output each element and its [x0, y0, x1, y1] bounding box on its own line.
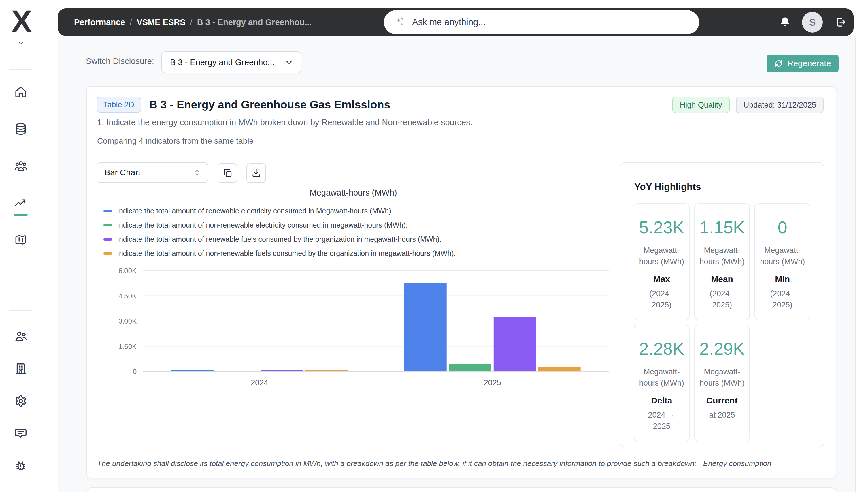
bar-2025-series2[interactable]: [449, 364, 491, 371]
breadcrumb: Performance / VSME ESRS / B 3 - Energy a…: [74, 8, 312, 36]
disclosure-footnote: The undertaking shall disclose its total…: [97, 459, 771, 468]
chart-type-select[interactable]: Bar Chart: [97, 162, 208, 183]
disclosure-card: Table 2D B 3 - Energy and Greenhouse Gas…: [86, 86, 836, 478]
app-logo[interactable]: X: [0, 6, 42, 37]
bar-chart: 01.50K3.00K4.50K6.00K20242025: [97, 265, 610, 389]
y-axis-tick: 1.50K: [119, 343, 137, 350]
stat-label: Min: [759, 274, 806, 284]
stat-label: Delta: [638, 396, 685, 405]
sidebar-item-home[interactable]: [14, 85, 27, 99]
sparkles-icon: [394, 17, 406, 28]
sidebar-item-users[interactable]: [14, 329, 27, 343]
stat-unit: Megawatt-hours (MWh): [699, 245, 745, 267]
stat-period: (2024 - 2025): [638, 288, 685, 311]
scrollbar-gutter: [855, 36, 868, 492]
y-axis-tick: 0: [133, 368, 137, 375]
sidebar-divider: [9, 310, 32, 311]
bar-2025-series4[interactable]: [538, 367, 581, 371]
type-badge: Table 2D: [97, 97, 141, 113]
legend-swatch: [103, 238, 112, 241]
sidebar-item-organization[interactable]: [14, 362, 27, 375]
breadcrumb-separator: /: [130, 18, 132, 27]
bar-2024-series3[interactable]: [261, 370, 303, 371]
stat-value: 1.15K: [699, 219, 745, 236]
sidebar-divider: [9, 69, 32, 70]
refresh-icon: [774, 59, 783, 68]
regenerate-button[interactable]: Regenerate: [767, 55, 839, 72]
sidebar-group-bottom: [0, 329, 42, 473]
card-title: B 3 - Energy and Greenhouse Gas Emission…: [149, 98, 391, 111]
bell-icon[interactable]: [777, 8, 793, 36]
regenerate-label: Regenerate: [787, 59, 831, 68]
breadcrumb-vsme-esrs[interactable]: VSME ESRS: [137, 18, 185, 27]
ask-search-bar[interactable]: [384, 10, 699, 34]
settings-icon: [14, 404, 27, 409]
disclosure-select[interactable]: B 3 - Energy and Greenho...: [161, 51, 301, 73]
switch-disclosure-label: Switch Disclosure:: [86, 56, 154, 66]
bar-2024-series1[interactable]: [171, 370, 214, 371]
breadcrumb-performance[interactable]: Performance: [74, 18, 125, 27]
legend-label: Indicate the total amount of non-renewab…: [117, 249, 456, 257]
yoy-stat-card: 1.15KMegawatt-hours (MWh)Mean(2024 - 202…: [694, 203, 750, 320]
chart-title: Megawatt-hours (MWh): [97, 188, 610, 198]
legend-item[interactable]: Indicate the total amount of non-renewab…: [97, 246, 610, 261]
yoy-stat-grid: 5.23KMegawatt-hours (MWh)Max(2024 - 2025…: [634, 203, 810, 441]
stat-label: Current: [699, 396, 745, 405]
topbar: Performance / VSME ESRS / B 3 - Energy a…: [58, 8, 853, 36]
download-icon: [251, 168, 261, 178]
chevron-down-icon[interactable]: [15, 40, 27, 47]
legend-label: Indicate the total amount of renewable f…: [117, 235, 442, 243]
comparison-note: Comparing 4 indicators from the same tab…: [97, 137, 254, 146]
sidebar-item-feedback[interactable]: [14, 427, 27, 440]
yoy-highlights-panel: YoY Highlights 5.23KMegawatt-hours (MWh)…: [620, 162, 824, 447]
avatar[interactable]: S: [802, 12, 823, 32]
stat-value: 5.23K: [638, 219, 685, 236]
download-chart-button[interactable]: [246, 163, 266, 183]
breadcrumb-current[interactable]: B 3 - Energy and Greenhou...: [197, 18, 312, 27]
legend-item[interactable]: Indicate the total amount of renewable e…: [97, 204, 610, 218]
sidebar-item-team[interactable]: [14, 159, 27, 172]
logout-icon[interactable]: [833, 8, 849, 36]
users-icon: [14, 339, 27, 343]
next-disclosure-card[interactable]: [86, 487, 836, 492]
stat-value: 0: [759, 219, 806, 236]
copy-chart-button[interactable]: [217, 163, 237, 183]
scrollbar[interactable]: [855, 39, 856, 492]
yoy-title: YoY Highlights: [634, 181, 810, 192]
stat-period: 2024 → 2025: [638, 410, 685, 432]
stat-value: 2.28K: [638, 340, 685, 358]
stat-label: Max: [638, 274, 685, 284]
legend-item[interactable]: Indicate the total amount of non-renewab…: [97, 218, 610, 232]
x-axis-category: 2025: [484, 378, 501, 387]
stat-value: 2.29K: [699, 340, 745, 358]
y-axis-tick: 3.00K: [119, 317, 137, 325]
home-icon: [14, 95, 27, 99]
sidebar-item-performance[interactable]: [14, 196, 27, 210]
stat-unit: Megawatt-hours (MWh): [638, 245, 685, 267]
chart-legend: Indicate the total amount of renewable e…: [97, 204, 610, 261]
sidebar-item-settings[interactable]: [14, 395, 27, 408]
bar-2025-series3[interactable]: [494, 317, 536, 371]
sidebar-item-database[interactable]: [14, 122, 27, 136]
chart-type-value: Bar Chart: [105, 168, 140, 177]
sidebar-item-bug-report[interactable]: [14, 460, 27, 473]
stat-period: (2024 - 2025): [699, 288, 745, 311]
feedback-icon: [14, 436, 27, 441]
organization-icon: [14, 371, 27, 376]
team-icon: [14, 168, 27, 173]
avatar-initial: S: [809, 17, 816, 28]
search-input[interactable]: [412, 17, 689, 28]
sidebar-item-map[interactable]: [14, 233, 27, 246]
legend-item[interactable]: Indicate the total amount of renewable f…: [97, 232, 610, 246]
breadcrumb-separator: /: [190, 18, 192, 27]
sidebar-group-top: [0, 85, 42, 246]
bar-2024-series4[interactable]: [305, 370, 347, 371]
y-axis-tick: 4.50K: [119, 292, 137, 300]
stat-period: at 2025: [699, 410, 745, 421]
updated-badge: Updated: 31/12/2025: [736, 97, 824, 113]
y-axis-tick: 6.00K: [119, 267, 137, 274]
quality-badge: High Quality: [672, 97, 730, 113]
map-icon: [14, 242, 27, 247]
x-axis-category: 2024: [251, 378, 268, 387]
bar-2025-series1[interactable]: [404, 284, 447, 371]
